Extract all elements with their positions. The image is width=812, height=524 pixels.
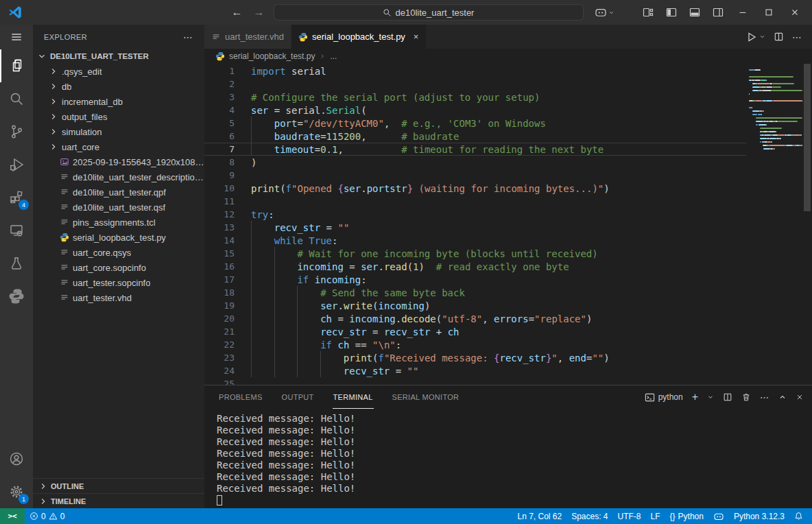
editor-scrollbar[interactable] (802, 64, 812, 385)
run-python-file-button[interactable] (746, 32, 765, 43)
close-panel-icon[interactable] (796, 393, 804, 401)
code-line-15[interactable]: 15 # Wait for one incoming byte (blocks … (204, 247, 746, 260)
tree-folder-uart_core[interactable]: uart_core (33, 139, 204, 154)
split-terminal-button[interactable] (723, 392, 732, 402)
minimap[interactable] (746, 64, 802, 385)
kill-terminal-button[interactable] (741, 392, 751, 402)
notifications-bell-icon[interactable] (789, 512, 808, 521)
tree-file-2025-09-19-155643_1920x1080_sc...[interactable]: 2025-09-19-155643_1920x1080_sc... (33, 154, 204, 169)
tree-file-de10lite_uart_tester_description.txt[interactable]: de10lite_uart_tester_description.txt (33, 169, 204, 184)
tree-folder-.qsys_edit[interactable]: .qsys_edit (33, 64, 204, 79)
cursor-position-status[interactable]: Ln 7, Col 62 (512, 512, 566, 521)
editor[interactable]: 1import serial23# Configure the serial p… (204, 64, 812, 385)
code-line-8[interactable]: 8) (204, 156, 746, 169)
tree-file-de10lite_uart_tester.qpf[interactable]: de10lite_uart_tester.qpf (33, 184, 204, 200)
panel-more-actions-button[interactable]: ⋯ (760, 392, 769, 403)
tab-close-icon[interactable]: × (414, 32, 419, 42)
toggle-panel-button[interactable] (684, 2, 705, 23)
code-line-25[interactable]: 25 (204, 377, 746, 385)
window-close-button[interactable] (783, 2, 807, 23)
window-maximize-button[interactable] (757, 2, 780, 23)
panel-tab-serial-monitor[interactable]: SERIAL MONITOR (392, 385, 460, 409)
tree-root-folder[interactable]: DE10LITE_UART_TESTER (33, 49, 204, 64)
code-line-9[interactable]: 9 (204, 169, 746, 182)
copilot-status[interactable] (708, 512, 729, 521)
copilot-button[interactable] (595, 8, 614, 17)
code-line-4[interactable]: 4ser = serial.Serial( (204, 104, 746, 117)
code-line-6[interactable]: 6 baudrate=115200, # baudrate (204, 130, 746, 143)
tree-folder-incremental_db[interactable]: incremental_db (33, 94, 204, 109)
tree-file-uart_tester.vhd[interactable]: uart_tester.vhd (33, 290, 204, 305)
nav-forward-button[interactable]: → (252, 6, 267, 19)
terminal-instance-label[interactable]: python (645, 392, 683, 403)
menu-icon[interactable] (0, 25, 33, 49)
code-line-24[interactable]: 24 recv_str = "" (204, 364, 746, 377)
code-line-16[interactable]: 16 incoming = ser.read(1) # read exactly… (204, 260, 746, 273)
tab-serial-loopback-test-py[interactable]: serial_loopback_test.py × (291, 25, 426, 49)
code-line-20[interactable]: 20 ch = incoming.decode("utf-8", errors=… (204, 312, 746, 325)
editor-more-actions-button[interactable]: ⋯ (792, 32, 802, 43)
code-line-14[interactable]: 14 while True: (204, 234, 746, 247)
sidebar-item-run-debug[interactable] (0, 148, 33, 181)
encoding-status[interactable]: UTF-8 (613, 512, 646, 521)
explorer-more-actions-button[interactable]: ⋯ (183, 32, 193, 43)
code-line-19[interactable]: 19 ser.write(incoming) (204, 299, 746, 312)
tree-file-uart_core.qsys[interactable]: uart_core.qsys (33, 245, 204, 260)
panel-tab-problems[interactable]: PROBLEMS (218, 385, 263, 409)
code-line-18[interactable]: 18 # Send the same byte back (204, 286, 746, 299)
sidebar-item-testing[interactable] (0, 247, 33, 280)
code-line-11[interactable]: 11 (204, 195, 746, 208)
eol-status[interactable]: LF (646, 512, 665, 521)
code-line-7[interactable]: 7 timeout=0.1, # timeout for reading the… (204, 143, 746, 156)
tab-uart-tester-vhd[interactable]: uart_tester.vhd (204, 25, 291, 49)
code-line-22[interactable]: 22 if ch == "\n": (204, 338, 746, 351)
tree-file-pins_assignments.tcl[interactable]: pins_assignments.tcl (33, 215, 204, 230)
settings-gear-icon[interactable]: 1 (0, 475, 33, 508)
customize-layout-button[interactable] (638, 2, 658, 23)
terminal-dropdown-icon[interactable] (707, 394, 714, 401)
remote-indicator[interactable]: >< (0, 508, 25, 524)
tree-folder-db[interactable]: db (33, 79, 204, 94)
sidebar-item-extensions[interactable]: 4 (0, 181, 33, 214)
code-line-3[interactable]: 3# Configure the serial port (adjust to … (204, 91, 746, 104)
split-editor-button[interactable] (774, 32, 784, 42)
sidebar-item-remote-explorer[interactable] (0, 214, 33, 247)
terminal-output[interactable]: Received message: Hello!Received message… (204, 409, 812, 508)
code-line-10[interactable]: 10print(f"Opened {ser.portstr} (waiting … (204, 182, 746, 195)
code-line-1[interactable]: 1import serial (204, 64, 746, 78)
code-line-2[interactable]: 2 (204, 78, 746, 91)
code-line-17[interactable]: 17 if incoming: (204, 273, 746, 286)
tree-file-de10lite_uart_tester.qsf[interactable]: de10lite_uart_tester.qsf (33, 200, 204, 215)
panel-tab-output[interactable]: OUTPUT (281, 385, 315, 409)
sidebar-item-source-control[interactable] (0, 115, 33, 148)
sidebar-item-python-extension[interactable] (0, 280, 33, 313)
accounts-icon[interactable] (0, 442, 33, 475)
sidebar-item-search[interactable] (0, 82, 33, 115)
tree-file-serial_loopback_test.py[interactable]: serial_loopback_test.py (33, 230, 204, 245)
window-minimize-button[interactable] (731, 2, 754, 23)
code-line-23[interactable]: 23 print(f"Received message: {recv_str}"… (204, 351, 746, 364)
breadcrumb[interactable]: serial_loopback_test.py ... (204, 49, 812, 64)
panel-tab-terminal[interactable]: TERMINAL (333, 385, 374, 409)
toggle-secondary-sidebar-button[interactable] (708, 2, 728, 23)
tree-file-uart_tester.sopcinfo[interactable]: uart_tester.sopcinfo (33, 275, 204, 290)
tree-folder-output_files[interactable]: output_files (33, 109, 204, 124)
code-area[interactable]: 1import serial23# Configure the serial p… (204, 64, 746, 385)
code-line-5[interactable]: 5 port="/dev/ttyACM0", # e.g., 'COM3' on… (204, 117, 746, 130)
toggle-primary-sidebar-button[interactable] (661, 2, 682, 23)
new-terminal-button[interactable]: + (692, 391, 698, 403)
code-line-12[interactable]: 12try: (204, 208, 746, 221)
code-line-13[interactable]: 13 recv_str = "" (204, 221, 746, 234)
nav-back-button[interactable]: ← (230, 6, 245, 19)
language-mode-status[interactable]: {} Python (665, 512, 708, 521)
tree-folder-simulation[interactable]: simulation (33, 124, 204, 139)
command-center-search[interactable]: de10lite_uart_tester (274, 4, 584, 21)
outline-section-header[interactable]: OUTLINE (33, 478, 204, 493)
code-line-21[interactable]: 21 recv_str = recv_str + ch (204, 325, 746, 338)
timeline-section-header[interactable]: TIMELINE (33, 493, 204, 508)
tree-file-uart_core.sopcinfo[interactable]: uart_core.sopcinfo (33, 260, 204, 275)
problems-status[interactable]: 0 0 (25, 508, 69, 524)
indentation-status[interactable]: Spaces: 4 (566, 512, 612, 521)
maximize-panel-icon[interactable] (778, 393, 787, 401)
sidebar-item-explorer[interactable] (0, 49, 33, 82)
